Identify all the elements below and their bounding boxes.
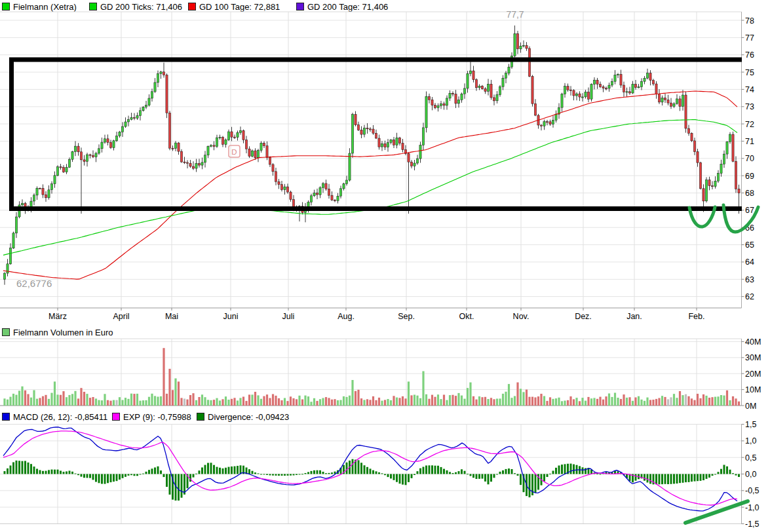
- divergence-bar: [484, 474, 486, 482]
- volume-bar: [378, 398, 380, 406]
- candle-body: [555, 114, 557, 120]
- volume-bar: [186, 400, 188, 406]
- candle-body: [638, 87, 640, 88]
- volume-bar: [375, 400, 377, 406]
- volume-bar: [614, 393, 616, 406]
- volume-bar: [608, 394, 610, 406]
- divergence-bar: [446, 470, 448, 474]
- candle-body: [431, 100, 433, 105]
- volume-bar: [726, 390, 728, 406]
- macd-tick-label: -0,5: [745, 486, 760, 495]
- volume-bar: [499, 398, 501, 406]
- divergence-bar: [290, 474, 292, 476]
- candle-body: [151, 92, 153, 98]
- price-tick-label: 73: [745, 102, 754, 111]
- candle-body: [708, 180, 710, 186]
- candle-body: [437, 105, 439, 107]
- divergence-bar: [370, 468, 372, 474]
- candle-body: [455, 94, 457, 104]
- volume-bar: [54, 381, 56, 406]
- candle-body: [687, 128, 689, 133]
- volume-bar: [605, 396, 607, 406]
- divergence-bar: [36, 469, 38, 474]
- divergence-bar: [60, 471, 62, 474]
- volume-bar: [130, 394, 132, 406]
- divergence-bar: [703, 474, 704, 481]
- volume-bar: [664, 397, 666, 406]
- volume-tick-label: 20M: [745, 370, 761, 379]
- divergence-bar: [325, 473, 327, 474]
- volume-bar: [322, 398, 324, 406]
- divergence-bar: [517, 474, 519, 476]
- candle-body: [649, 73, 651, 81]
- divergence-bar: [163, 474, 165, 478]
- candle-body: [62, 168, 64, 172]
- divergence-bar: [644, 474, 645, 481]
- volume-bar: [463, 399, 465, 406]
- candle-body: [275, 172, 277, 181]
- volume-bar: [221, 399, 223, 406]
- candle-body: [337, 196, 339, 200]
- divergence-bar: [252, 471, 254, 474]
- candle-body: [178, 143, 180, 151]
- volume-bar: [225, 396, 227, 406]
- volume-bar: [396, 398, 398, 406]
- volume-bar: [139, 401, 141, 406]
- divergence-bar: [263, 474, 265, 475]
- candle-body: [478, 86, 480, 87]
- divergence-bar: [54, 470, 56, 474]
- divergence-bar: [434, 466, 436, 474]
- divergence-bar: [476, 474, 478, 480]
- divergence-bar: [673, 474, 675, 484]
- volume-bar: [83, 392, 85, 406]
- candle-body: [508, 67, 510, 73]
- candle-body: [113, 141, 115, 148]
- divergence-bar: [83, 474, 85, 478]
- divergence-bar: [364, 465, 366, 474]
- candle-body: [661, 98, 663, 102]
- volume-bar: [148, 397, 150, 406]
- volume-bar: [717, 396, 719, 406]
- volume-bar: [166, 394, 168, 406]
- divergence-bar: [502, 470, 504, 474]
- volume-bar: [575, 398, 577, 406]
- volume-bar: [428, 399, 430, 406]
- volume-bar: [263, 396, 265, 406]
- divergence-bar: [490, 474, 492, 482]
- low-price-label: 62,6776: [16, 278, 52, 289]
- candle-body: [174, 143, 176, 149]
- volume-bar: [237, 400, 239, 406]
- volume-bar: [201, 394, 203, 406]
- volume-bar: [42, 396, 44, 406]
- candle-body: [239, 130, 241, 132]
- divergence-bar: [408, 474, 410, 482]
- divergence-bar: [718, 472, 720, 474]
- divergence-bar: [258, 474, 260, 474]
- volume-bar: [80, 388, 82, 406]
- divergence-bar: [378, 472, 380, 474]
- volume-bar: [189, 395, 191, 406]
- volume-bar: [30, 398, 32, 406]
- volume-bar: [685, 394, 687, 406]
- price-tick-label: 68: [745, 189, 754, 198]
- divergence-bar: [269, 474, 271, 476]
- volume-bar: [596, 399, 598, 406]
- candle-body: [136, 116, 138, 119]
- price-tick-label: 74: [745, 85, 754, 94]
- candle-body: [154, 83, 156, 92]
- divergence-bar: [7, 468, 9, 474]
- volume-bar: [381, 401, 383, 406]
- candle-body: [254, 151, 256, 158]
- volume-bar: [437, 394, 439, 406]
- candle-body: [213, 145, 215, 147]
- volume-bar: [239, 398, 241, 406]
- divergence-bar: [437, 466, 439, 474]
- candle-body: [160, 72, 162, 74]
- volume-bar: [349, 396, 351, 406]
- volume-bar: [534, 398, 536, 406]
- divergence-bar: [449, 472, 451, 474]
- volume-bar: [9, 397, 11, 406]
- volume-tick-label: 0M: [745, 402, 756, 411]
- volume-bar: [174, 379, 176, 406]
- price-volume-macd-chart[interactable]: 7877767574737271706968676665646362MärzAp…: [0, 0, 770, 532]
